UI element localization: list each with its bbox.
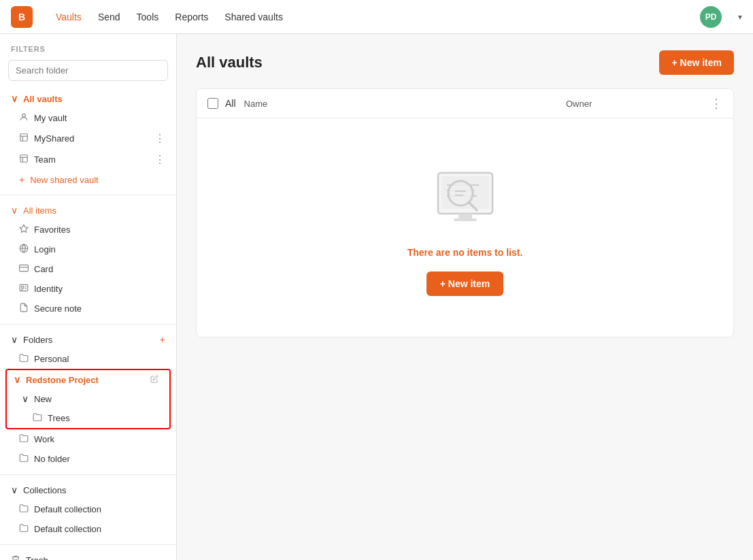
sidebar-default-collection-1[interactable]: Default collection	[0, 499, 176, 519]
sidebar-team[interactable]: Team ⋮	[0, 149, 176, 170]
search-input[interactable]	[8, 60, 168, 81]
sidebar-trees[interactable]: Trees	[7, 408, 169, 428]
search-wrapper	[0, 60, 176, 89]
sidebar-collections-header[interactable]: ∨ Collections	[0, 480, 176, 499]
main-header: All vaults + New item	[196, 50, 734, 75]
nav-send[interactable]: Send	[91, 7, 127, 27]
main-content: All vaults + New item All Name Owner ⋮	[177, 34, 753, 560]
nav-reports[interactable]: Reports	[168, 7, 215, 27]
items-table: All Name Owner ⋮	[196, 88, 734, 337]
collections-section: ∨ Collections Default collection Default…	[0, 480, 176, 539]
page-title: All vaults	[196, 54, 659, 71]
svg-point-13	[22, 286, 24, 289]
sidebar-redstone-project[interactable]: ∨ Redstone Project	[7, 370, 169, 389]
sidebar-folders-header[interactable]: ∨ Folders +	[0, 330, 176, 349]
layout: FILTERS ∨ All vaults My vault MyShared	[0, 34, 753, 560]
plus-icon: +	[19, 174, 24, 185]
svg-marker-7	[20, 225, 28, 232]
empty-new-item-button[interactable]: + New item	[426, 271, 504, 296]
sidebar-all-vaults[interactable]: ∨ All vaults	[0, 89, 176, 108]
shared-icon	[19, 133, 29, 144]
filters-label: FILTERS	[0, 45, 176, 60]
avatar[interactable]: PD	[700, 6, 722, 28]
team-icon	[19, 154, 29, 165]
myshared-actions[interactable]: ⋮	[154, 132, 165, 145]
sidebar-default-collection-2[interactable]: Default collection	[0, 519, 176, 539]
sidebar-my-vault[interactable]: My vault	[0, 108, 176, 128]
folder-trees-icon	[33, 412, 42, 424]
sidebar-favorites[interactable]: Favorites	[0, 220, 176, 240]
nav-shared-vaults[interactable]: Shared vaults	[218, 7, 290, 27]
logo[interactable]: B	[11, 6, 33, 28]
nav-links: Vaults Send Tools Reports Shared vaults	[49, 7, 290, 27]
avatar-caret[interactable]: ▾	[738, 12, 742, 22]
team-actions[interactable]: ⋮	[154, 153, 165, 166]
person-icon	[19, 112, 29, 124]
sidebar: FILTERS ∨ All vaults My vault MyShared	[0, 34, 177, 560]
col-owner-header: Owner	[566, 99, 702, 109]
chevron-down-icon6: ∨	[11, 484, 18, 495]
chevron-down-icon: ∨	[11, 93, 18, 104]
sidebar-work[interactable]: Work	[0, 429, 176, 449]
folder-no-icon	[19, 453, 29, 465]
svg-rect-10	[20, 265, 29, 271]
table-header: All Name Owner ⋮	[197, 89, 733, 118]
sidebar-all-items[interactable]: ∨ All items	[0, 201, 176, 220]
nav-vaults[interactable]: Vaults	[49, 7, 88, 27]
svg-rect-17	[454, 218, 477, 221]
nav-tools[interactable]: Tools	[130, 7, 166, 27]
card-icon	[19, 263, 29, 275]
table-options-icon[interactable]: ⋮	[710, 96, 722, 111]
folder-work-icon	[19, 433, 29, 445]
add-folder-icon[interactable]: +	[160, 334, 165, 345]
sidebar-card[interactable]: Card	[0, 259, 176, 279]
empty-text-prefix: There are	[407, 247, 453, 258]
sidebar-trash[interactable]: Trash	[0, 550, 176, 560]
empty-state-icon	[421, 159, 509, 236]
col-all: All	[207, 98, 236, 109]
identity-icon	[19, 283, 29, 295]
empty-text-suffix: .	[520, 247, 522, 258]
svg-point-0	[22, 114, 26, 117]
chevron-down-icon4: ∨	[14, 374, 20, 385]
trash-icon	[11, 555, 20, 560]
sidebar-personal[interactable]: Personal	[0, 349, 176, 369]
sidebar-new-folder[interactable]: ∨ New	[7, 389, 169, 408]
sidebar-secure-note[interactable]: Secure note	[0, 299, 176, 318]
sidebar-no-folder[interactable]: No folder	[0, 449, 176, 469]
collection-icon-1	[19, 504, 29, 515]
star-icon	[19, 224, 29, 235]
folder-personal-icon	[19, 353, 29, 365]
select-all-checkbox[interactable]	[207, 98, 218, 109]
sidebar-login[interactable]: Login	[0, 240, 176, 259]
svg-rect-1	[20, 134, 28, 142]
sidebar-identity[interactable]: Identity	[0, 279, 176, 299]
new-item-button[interactable]: + New item	[659, 50, 734, 75]
empty-text-highlight: no items to list	[453, 247, 520, 258]
empty-state: There are no items to list. + New item	[197, 118, 733, 337]
sidebar-new-shared-vault[interactable]: + New shared vault	[0, 170, 176, 189]
col-name-header: Name	[244, 99, 558, 109]
svg-rect-16	[458, 214, 472, 219]
col-all-label: All	[225, 98, 236, 109]
folders-section: ∨ Folders + Personal ∨ Redstone Project	[0, 330, 176, 469]
collection-icon-2	[19, 523, 29, 535]
edit-icon[interactable]	[150, 374, 158, 385]
globe-icon	[19, 244, 29, 255]
chevron-down-icon3: ∨	[11, 334, 18, 345]
vaults-section: ∨ All vaults My vault MyShared ⋮	[0, 89, 176, 189]
redstone-highlight-box: ∨ Redstone Project ∨ New Trees	[5, 369, 171, 429]
svg-rect-4	[20, 155, 28, 163]
topnav: B Vaults Send Tools Reports Shared vault…	[0, 0, 753, 34]
items-section: ∨ All items Favorites Login Card	[0, 201, 176, 318]
note-icon	[19, 303, 29, 314]
empty-text: There are no items to list.	[407, 247, 523, 258]
chevron-down-icon2: ∨	[11, 205, 18, 216]
sidebar-myshared[interactable]: MyShared ⋮	[0, 128, 176, 149]
chevron-down-icon5: ∨	[22, 393, 29, 404]
